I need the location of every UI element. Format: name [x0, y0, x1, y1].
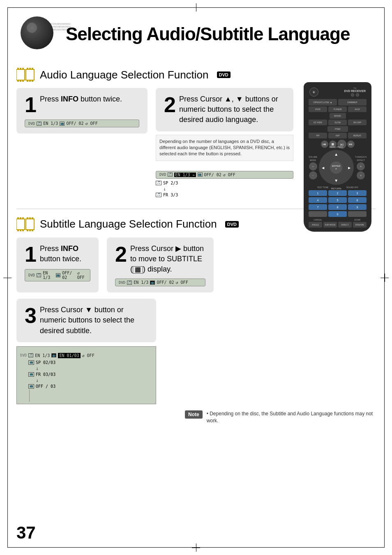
audio-step2-description: Depending on the number of languages on …: [156, 135, 293, 161]
page-number: 37: [16, 523, 36, 543]
ez-view-button[interactable]: EZ VIEW: [309, 120, 327, 125]
lcd-icon4: 📺: [198, 173, 203, 177]
svg-rect-0: [16, 69, 25, 80]
svg-rect-11: [27, 80, 28, 82]
zoom-label: ZOOM: [348, 219, 367, 221]
remote-area: ⏻ TV DVD RECEIVER OPEN/CLOSE ▲ DIMMER DV…: [304, 82, 374, 232]
rename-button[interactable]: RENAME: [353, 222, 367, 228]
subtitle-step1-box: 1 Press INFO button twice. DVD 🎵 EN 1/3 …: [16, 237, 99, 293]
power-button[interactable]: ⏻: [309, 88, 318, 97]
num3-button[interactable]: 3: [348, 190, 367, 196]
svg-rect-19: [20, 230, 21, 231]
dimmer-button[interactable]: DIMMER: [338, 99, 367, 106]
pip-button[interactable]: PIP: [309, 133, 327, 138]
svg-rect-12: [29, 80, 31, 82]
volume-controls: VOLUME MODE + −: [309, 156, 317, 180]
nav-left-btn[interactable]: ◄: [321, 165, 325, 170]
page-header: 0101010100101010010101001010010101001010…: [0, 0, 392, 64]
dvd-button[interactable]: DVD: [309, 106, 327, 112]
bracket-line: [29, 389, 152, 402]
subtitle-row1-spacer: [222, 237, 376, 293]
menu-info-labels: MENU INFO: [329, 146, 343, 148]
num2-button[interactable]: 2: [328, 190, 347, 196]
subtitle-lcd3: DVD 🎵 EN 1/3 📺 EN 01/03 ↺ OFF 📺 SP 02/03…: [16, 346, 156, 404]
numpad: 1 2 3 4 5 6 7 8 9 0: [309, 190, 367, 217]
cancel-label: CANCEL: [309, 219, 327, 221]
lcd-icon3: 🎵: [168, 173, 173, 177]
audio-section-title: Audio Language Selection Function: [40, 69, 209, 81]
nav-right-btn[interactable]: ►: [347, 165, 351, 170]
asp-button[interactable]: ASP: [328, 133, 347, 138]
tuning-up-button[interactable]: ∧: [357, 162, 365, 170]
svg-rect-18: [17, 230, 19, 231]
crosshair-right: [380, 274, 389, 282]
num8-button[interactable]: 8: [328, 204, 347, 210]
sub-lang-icon-3: 📺: [28, 384, 34, 389]
repeat-button[interactable]: REPEAT: [348, 133, 367, 138]
nav-down-btn[interactable]: ▼: [334, 178, 338, 183]
audio-lcd1: DVD 🎵 EN 1/3 📺 OFF/ 02 ↺ OFF: [25, 120, 139, 127]
num0-button[interactable]: 0: [328, 211, 347, 217]
tuning-down-button[interactable]: ∨: [357, 171, 365, 180]
control-row1: EZ VIEW SLOW SKI-SKP: [309, 120, 367, 125]
vol-down-button[interactable]: −: [309, 171, 317, 180]
crosshair-bottom: [192, 543, 200, 552]
sub-lang-item-3: 📺 OFF / 03: [28, 384, 152, 389]
sub-lang-item-2: 📺 FR 03/03: [28, 372, 152, 377]
source-row: DVD TUNER AUX: [309, 106, 367, 112]
angle-button[interactable]: ANGLE: [309, 222, 322, 228]
sub3-lcd-icon2: 📺: [51, 353, 56, 357]
tuning-buttons: ∧ ∨: [357, 162, 365, 180]
num9-button[interactable]: 9: [348, 204, 367, 210]
note-label: Note: [185, 410, 203, 419]
tuner-button[interactable]: TUNER: [328, 106, 347, 112]
num4-button[interactable]: 4: [309, 197, 327, 203]
num1-button[interactable]: 1: [309, 190, 327, 196]
num6-button[interactable]: 6: [348, 197, 367, 203]
svg-rect-2: [20, 68, 21, 69]
svg-rect-14: [16, 219, 25, 230]
audio-step2-text: Press Cursor ▲, ▼ buttons or numeric but…: [179, 94, 285, 125]
sub-lang-icon-1: 📺: [28, 360, 34, 365]
direct-button[interactable]: DIRECT: [338, 222, 352, 228]
sound-off-label: SOUND OFF: [338, 186, 367, 189]
prev-button[interactable]: ⏮: [321, 140, 328, 148]
lcd-icon1: 🎵: [37, 122, 42, 126]
svg-rect-8: [27, 68, 28, 69]
subtitle-steps: 1 Press INFO button twice. DVD 🎵 EN 1/3 …: [16, 237, 376, 293]
subtitle-step3-inner: 3 Press Cursor ▼ button or numeric butto…: [16, 299, 156, 342]
film-strip-icon-2: [16, 217, 35, 231]
psm-button[interactable]: PSM: [327, 126, 348, 132]
cancel-area: [309, 211, 327, 217]
remote-top-row: ⏻ TV DVD RECEIVER: [307, 85, 368, 98]
subtitle-step3-text: Press Cursor ▼ button or numeric buttons…: [40, 305, 148, 336]
sub-mode-button[interactable]: SUB MODE: [323, 222, 337, 228]
next-button[interactable]: ⏭: [347, 140, 355, 148]
open-close-button[interactable]: OPEN/CLOSE ▲: [309, 99, 337, 106]
sub-lcd-icon1: 🎵: [37, 273, 41, 277]
audio-section-header: Audio Language Selection Function DVD: [16, 68, 376, 82]
sub-lang-arrow1: ↓: [36, 366, 152, 371]
lang-icon-fr: 🎵: [156, 193, 161, 197]
subtitle-lang-list: 📺 SP 02/03 ↓ 📺 FR 03/03 ↓ 📺 OFF / 03: [28, 360, 152, 402]
audio-step1-number: 1: [25, 94, 37, 115]
vol-up-button[interactable]: +: [309, 162, 317, 170]
subtitle-dvd-badge: DVD: [225, 221, 239, 228]
num7-button[interactable]: 7: [309, 204, 327, 210]
note-text: • Depending on the disc, the Subtitle an…: [207, 410, 376, 424]
lang-icon-en: 🎵: [156, 181, 161, 185]
subtitle-section-title: Subtitle Language Selection Function: [40, 218, 217, 230]
band-button[interactable]: BAND: [330, 113, 346, 119]
lang-item-en: 🎵 SP 2/3: [156, 181, 293, 185]
dvd-receiver-label: DVD RECEIVER: [344, 90, 366, 92]
skip-button[interactable]: SKI-SKP: [348, 120, 367, 125]
slow-button[interactable]: SLOW: [328, 120, 347, 125]
aux-button[interactable]: AUX: [348, 106, 367, 112]
num5-button[interactable]: 5: [328, 197, 347, 203]
enter-button[interactable]: ENTER↵: [330, 161, 342, 174]
num-labels: CANCEL ZOOM: [309, 219, 367, 221]
nav-up-btn[interactable]: ▲: [334, 152, 338, 157]
audio-lcd2: DVD 🎵 EN 1/3 ← 📺 OFF/ 02 ↺ OFF: [156, 171, 293, 179]
subtitle-lcd3-strip: DVD 🎵 EN 1/3 📺 EN 01/03 ↺ OFF: [20, 353, 152, 358]
sub3-lcd-icon1: 🎵: [28, 353, 33, 357]
